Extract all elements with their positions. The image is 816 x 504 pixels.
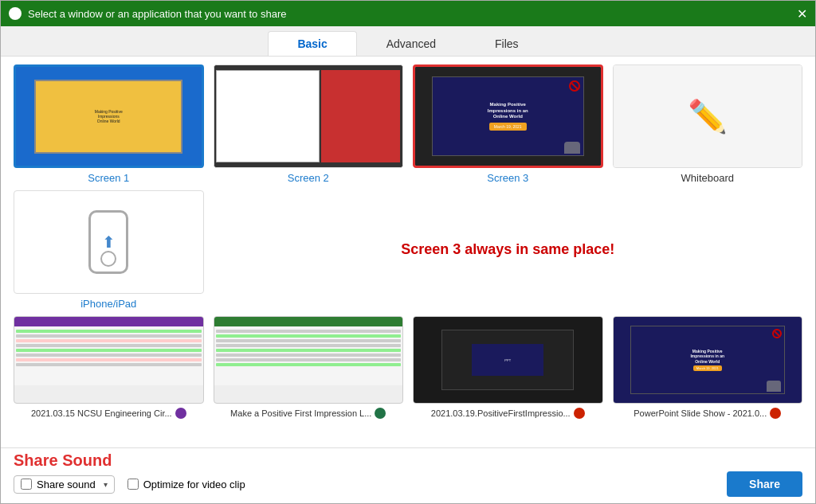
app-item-1[interactable]: 2021.03.15 NCSU Engineering Cir... (14, 316, 204, 419)
screens-grid: Making PositiveImpressionsOnline World S… (14, 64, 802, 184)
tab-advanced[interactable]: Advanced (357, 31, 465, 56)
optimize-label[interactable]: Optimize for video clip (143, 479, 245, 490)
screen3-label: Screen 3 (487, 172, 528, 184)
screen-item-whiteboard[interactable]: ✏️ Whiteboard (613, 64, 803, 184)
app2-badge (375, 408, 386, 419)
iphone-label: iPhone/iPad (80, 298, 136, 310)
app2-label-row: Make a Positive First Impression L... (214, 408, 404, 419)
app1-thumb[interactable] (14, 316, 204, 404)
app-item-3[interactable]: PPT 2021.03.19.PositiveFirstImpressio... (413, 316, 603, 419)
bottom-bar: Share Sound Share sound ▾ Optimize for v… (1, 447, 815, 503)
upload-icon: ⬆ (102, 232, 116, 252)
screen1-label: Screen 1 (88, 172, 129, 184)
app-icon (9, 7, 22, 20)
app1-label-row: 2021.03.15 NCSU Engineering Cir... (14, 408, 204, 419)
app3-label: 2021.03.19.PositiveFirstImpressio... (431, 408, 571, 418)
tab-files[interactable]: Files (465, 31, 548, 56)
apps-grid: 2021.03.15 NCSU Engineering Cir... (14, 316, 802, 419)
main-content: Making PositiveImpressionsOnline World S… (1, 57, 815, 449)
iphone-shape: ⬆ (88, 210, 128, 274)
app-item-4[interactable]: Making PositiveImpressions in anOnline W… (613, 316, 803, 419)
whiteboard-label: Whiteboard (681, 172, 734, 184)
app1-badge (175, 408, 186, 419)
app4-label-row: PowerPoint Slide Show - 2021.0... (613, 408, 803, 419)
app3-badge (574, 408, 585, 419)
optimize-checkbox[interactable] (128, 479, 139, 490)
app1-label: 2021.03.15 NCSU Engineering Cir... (31, 408, 172, 418)
iphone-thumb[interactable]: ⬆ (14, 190, 204, 294)
app-item-2[interactable]: Make a Positive First Impression L... (214, 316, 404, 419)
iphone-item[interactable]: ⬆ iPhone/iPad (14, 190, 204, 310)
bottom-controls: Share sound ▾ Optimize for video clip Sh… (14, 471, 802, 497)
app4-label: PowerPoint Slide Show - 2021.0... (634, 408, 767, 418)
share-sound-checkbox[interactable] (21, 479, 32, 490)
optimize-checkbox-container[interactable]: Optimize for video clip (128, 479, 245, 490)
screen-item-2[interactable]: Screen 2 (214, 64, 404, 184)
app3-label-row: 2021.03.19.PositiveFirstImpressio... (413, 408, 603, 419)
whiteboard-thumb[interactable]: ✏️ (613, 64, 803, 168)
pencil-icon: ✏️ (688, 98, 728, 135)
screen-item-1[interactable]: Making PositiveImpressionsOnline World S… (14, 64, 204, 184)
screen2-label: Screen 2 (288, 172, 329, 184)
app2-label: Make a Positive First Impression L... (230, 408, 371, 418)
share-sound-dropdown-arrow[interactable]: ▾ (104, 480, 108, 489)
screen2-thumb[interactable] (214, 64, 404, 168)
titlebar: Select a window or an application that y… (1, 1, 815, 26)
screen-item-3[interactable]: Making PositiveImpressions in anOnline W… (413, 64, 603, 184)
annotation-text: Screen 3 always in same place! (401, 238, 614, 263)
share-button[interactable]: Share (727, 471, 802, 497)
share-sound-checkbox-container[interactable]: Share sound ▾ (14, 475, 115, 494)
screen3-thumb[interactable]: Making PositiveImpressions in anOnline W… (413, 64, 603, 168)
share-sound-title: Share Sound (14, 451, 802, 470)
app4-badge (770, 408, 781, 419)
titlebar-title: Select a window or an application that y… (28, 8, 797, 20)
app4-thumb[interactable]: Making PositiveImpressions in anOnline W… (613, 316, 803, 404)
tabs-container: Basic Advanced Files (1, 26, 815, 57)
tab-basic[interactable]: Basic (268, 31, 356, 56)
screen1-thumb[interactable]: Making PositiveImpressionsOnline World (14, 64, 204, 168)
app2-thumb[interactable] (214, 316, 404, 404)
close-button[interactable]: ✕ (797, 6, 807, 21)
share-sound-label[interactable]: Share sound (37, 479, 96, 490)
annotation-container: Screen 3 always in same place! (214, 190, 803, 310)
app3-thumb[interactable]: PPT (413, 316, 603, 404)
